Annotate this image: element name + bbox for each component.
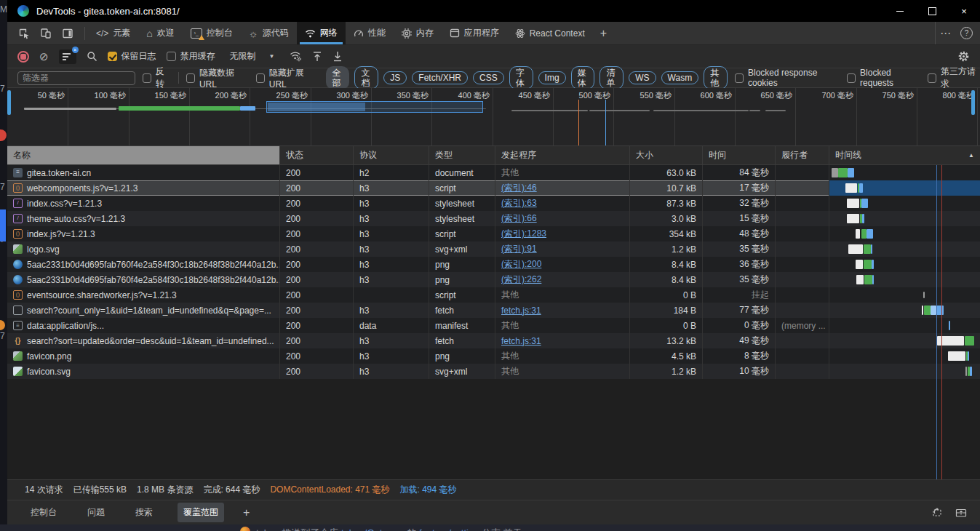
invert-checkbox[interactable]: 反转 [143, 65, 171, 90]
add-panel-button[interactable]: + [593, 22, 614, 44]
initiator-link[interactable]: (索引):1283 [501, 228, 546, 240]
drawer-tab-console[interactable]: 控制台 [25, 503, 63, 522]
overview-right-handle[interactable] [971, 90, 975, 115]
column-header-size[interactable]: 大小 [630, 146, 703, 164]
overview-dcl-line [578, 100, 579, 145]
filter-chip-WS[interactable]: WS [629, 71, 656, 84]
tab-sources[interactable]: ☼ 源代码 [241, 22, 297, 44]
filter-toggle-button[interactable]: × [59, 49, 76, 64]
add-drawer-tab-button[interactable]: + [243, 506, 250, 519]
inspect-element-icon[interactable] [15, 25, 33, 42]
third-party-checkbox[interactable]: 第三方请求 [928, 65, 980, 90]
filter-chip-Fetch/XHR[interactable]: Fetch/XHR [412, 71, 468, 84]
filter-chip-文档[interactable]: 文档 [354, 66, 378, 89]
drawer-tab-issues[interactable]: 问题 [81, 503, 111, 522]
column-header-initiator[interactable]: 发起程序 [495, 146, 630, 164]
overview-request-bar [589, 110, 650, 111]
tab-elements[interactable]: </> 元素 [88, 22, 138, 44]
preserve-log-checkbox[interactable]: 保留日志 [108, 50, 156, 63]
table-row[interactable]: ≡data:application/js...200datamanifest其他… [7, 318, 980, 333]
maximize-button[interactable] [916, 0, 948, 22]
blocked-requests-checkbox[interactable]: Blocked requests [847, 68, 920, 88]
request-name: 5aac2331b0d4d695fab760f4e2a584f30c18b264… [27, 275, 280, 285]
network-overview[interactable]: 50 毫秒100 毫秒150 毫秒200 毫秒250 毫秒300 毫秒350 毫… [7, 88, 980, 146]
filter-chip-CSS[interactable]: CSS [473, 71, 504, 84]
initiator-link[interactable]: (索引):46 [501, 182, 537, 194]
filter-chip-Wasm[interactable]: Wasm [661, 71, 699, 84]
column-header-name[interactable]: 名称 [7, 146, 280, 164]
initiator-link[interactable]: (索引):91 [501, 243, 537, 255]
table-row[interactable]: 5aac2331b0d4d695fab760f4e2a584f30c18b264… [7, 272, 980, 287]
drawer-tab-search[interactable]: 搜索 [130, 503, 159, 522]
maximize-icon [928, 7, 936, 15]
tab-network[interactable]: 网络 [297, 22, 346, 44]
tab-welcome[interactable]: ⌂ 欢迎 [138, 22, 182, 44]
initiator-link[interactable]: (索引):262 [501, 274, 541, 286]
table-row[interactable]: search?count_only=1&uid=1&team_id=undefi… [7, 303, 980, 318]
cell-name: 5aac2331b0d4d695fab760f4e2a584f30c18b264… [7, 257, 280, 272]
drawer-tab-coverage[interactable]: 覆盖范围 [178, 503, 224, 522]
table-row[interactable]: favicon.png200h3png其他4.5 kB8 毫秒 [7, 348, 980, 364]
column-header-waterfall[interactable]: 时间线 ▲ [829, 146, 980, 164]
column-header-protocol[interactable]: 协议 [354, 146, 429, 164]
record-button[interactable] [17, 51, 29, 63]
tab-application[interactable]: 应用程序 [442, 22, 507, 44]
tab-memory[interactable]: 内存 [394, 22, 442, 44]
network-conditions-icon[interactable] [290, 51, 302, 62]
table-row[interactable]: /index.css?v=1.21.3200h3stylesheet(索引):6… [7, 196, 980, 211]
table-row[interactable]: 5aac2331b0d4d695fab760f4e2a584f30c18b264… [7, 257, 980, 272]
tab-performance[interactable]: 性能 [346, 22, 394, 44]
filter-chip-Img[interactable]: Img [538, 71, 566, 84]
initiator-link[interactable]: fetch.js:31 [501, 306, 541, 316]
waterfall-wait-segment [861, 229, 867, 239]
filter-chip-媒体[interactable]: 媒体 [571, 66, 595, 89]
column-header-status[interactable]: 状态 [280, 146, 354, 164]
search-icon[interactable] [87, 51, 97, 62]
initiator-link[interactable]: (索引):200 [501, 258, 541, 271]
column-header-time[interactable]: 时间 [703, 146, 776, 164]
table-row[interactable]: /theme-auto.css?v=1.21.3200h3stylesheet(… [7, 211, 980, 226]
initiator-link[interactable]: fetch.js:31 [501, 336, 541, 346]
cell-time: 32 毫秒 [703, 196, 776, 211]
blocked-cookies-checkbox[interactable]: Blocked response cookies [735, 68, 840, 88]
overview-request-bar [24, 108, 116, 110]
clear-icon[interactable]: ⊘ [39, 50, 49, 63]
tab-console[interactable]: ›_ 控制台 [183, 22, 241, 44]
filter-input[interactable] [17, 71, 135, 85]
cell-fulfilled-by [776, 241, 829, 257]
hide-data-urls-checkbox[interactable]: 隐藏数据 URL [186, 67, 249, 89]
table-row[interactable]: favicon.svg200h3svg+xml其他1.2 kB10 毫秒 [7, 364, 980, 379]
filter-chip-其他[interactable]: 其他 [704, 66, 728, 89]
export-coverage-icon[interactable] [955, 508, 967, 518]
device-toolbar-icon[interactable] [36, 25, 55, 42]
table-row[interactable]: logo.svg200h3svg+xml(索引):911.2 kB35 毫秒 [7, 241, 980, 257]
minimize-button[interactable] [884, 0, 916, 22]
dock-side-icon[interactable] [58, 25, 77, 42]
filter-chip-字体[interactable]: 字体 [509, 66, 533, 89]
throttling-select[interactable]: 无限制 ▼ [226, 49, 279, 64]
coverage-reload-icon[interactable] [930, 507, 942, 518]
tab-react-context[interactable]: React Context [507, 22, 593, 44]
column-header-type[interactable]: 类型 [429, 146, 495, 164]
settings-gear-icon[interactable] [957, 50, 970, 63]
export-har-icon[interactable] [332, 51, 343, 62]
more-options-icon[interactable]: ⋯ [936, 27, 956, 40]
table-row[interactable]: ()index.js?v=1.21.3200h3script(索引):12833… [7, 226, 980, 241]
hide-extension-urls-checkbox[interactable]: 隐藏扩展 URL [256, 67, 319, 89]
table-row[interactable]: ()webcomponents.js?v=1.21.3200h3script(索… [7, 180, 980, 196]
disable-cache-checkbox[interactable]: 禁用缓存 [167, 50, 215, 63]
initiator-link[interactable]: (索引):66 [501, 212, 537, 225]
initiator-link[interactable]: (索引):63 [501, 197, 537, 209]
table-row[interactable]: ()eventsource.sharedworker.js?v=1.21.320… [7, 287, 980, 303]
import-har-icon[interactable] [312, 51, 322, 62]
overview-left-handle[interactable] [7, 90, 11, 115]
close-button[interactable]: × [948, 0, 980, 22]
column-header-fulfilled-by[interactable]: 履行者 [776, 146, 829, 164]
help-icon[interactable]: ? [960, 27, 973, 39]
table-row[interactable]: ≡gitea.token-ai.cn200h2document其他63.0 kB… [7, 165, 980, 180]
filter-chip-清单[interactable]: 清单 [599, 66, 624, 89]
filter-chip-全部[interactable]: 全部 [326, 66, 350, 89]
filter-chip-JS[interactable]: JS [383, 71, 407, 84]
table-row[interactable]: {}search?sort=updated&order=desc&uid=1&t… [7, 333, 980, 348]
overview-selection[interactable] [266, 101, 483, 113]
